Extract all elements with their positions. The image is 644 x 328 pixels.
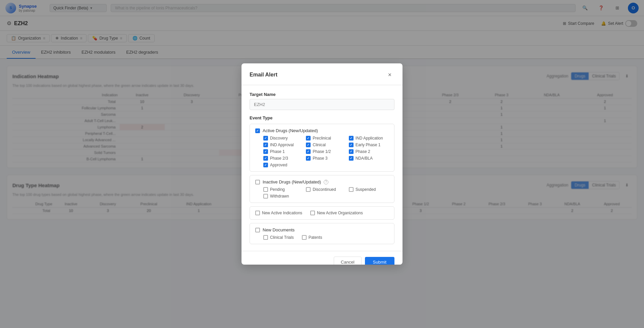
event-type-group: Event Type Active Drugs (New/Updated) Di… [250,115,394,244]
active-drugs-section: Active Drugs (New/Updated) Discovery Pre… [250,124,394,172]
option-discovery: Discovery [263,136,303,141]
clinical-checkbox[interactable] [306,143,311,147]
pending-checkbox[interactable] [263,187,268,192]
inactive-drugs-section: Inactive Drugs (New/Updated) ? Pending D… [250,175,394,203]
option-withdrawn: Withdrawn [263,194,303,199]
ind-approval-checkbox[interactable] [263,143,268,147]
active-drugs-checkbox[interactable] [255,128,260,133]
option-phase2: Phase 2 [349,149,389,154]
inactive-drugs-label: Inactive Drugs (New/Updated) [263,179,321,184]
new-documents-section: New Documents Clinical Trials Patents [250,223,394,244]
target-name-input[interactable] [250,99,394,110]
discovery-checkbox[interactable] [263,136,268,141]
modal-header: Email Alert × [241,63,402,85]
option-phase3: Phase 3 [306,156,346,161]
target-name-label: Target Name [250,92,394,97]
modal-close-button[interactable]: × [385,70,394,79]
phase2-checkbox[interactable] [349,149,354,154]
event-type-label: Event Type [250,115,394,120]
email-alert-modal: Email Alert × Target Name Event Type Act… [241,63,402,265]
new-active-row: New Active Indications New Active Organi… [255,211,389,215]
option-ind-approval: IND Approval [263,143,303,147]
active-drugs-header: Active Drugs (New/Updated) [255,128,389,133]
early-phase1-checkbox[interactable] [349,143,354,147]
option-pending: Pending [263,187,303,192]
option-phase1-2: Phase 1/2 [306,149,346,154]
phase1-checkbox[interactable] [263,149,268,154]
active-drugs-label: Active Drugs (New/Updated) [263,128,318,133]
option-patents: Patents [302,235,322,240]
new-documents-checkbox[interactable] [255,228,260,232]
option-clinical: Clinical [306,143,346,147]
nda-bla-checkbox[interactable] [349,156,354,161]
new-active-organizations-checkbox[interactable] [310,211,315,215]
discontinued-checkbox[interactable] [306,187,311,192]
new-active-organizations-label: New Active Organizations [317,211,363,215]
new-active-organizations-item: New Active Organizations [310,211,363,215]
modal-body: Target Name Event Type Active Drugs (New… [241,85,402,251]
option-ind-application: IND Application [349,136,389,141]
option-early-phase1: Early Phase 1 [349,143,389,147]
ind-application-checkbox[interactable] [349,136,354,141]
new-active-section: New Active Indications New Active Organi… [250,206,394,220]
patents-checkbox[interactable] [302,235,307,240]
inactive-drugs-checkbox[interactable] [255,180,260,184]
option-discontinued: Discontinued [306,187,346,192]
inactive-drugs-help-icon[interactable]: ? [324,180,328,184]
active-drugs-options: Discovery Preclinical IND Application [255,136,389,167]
phase3-checkbox[interactable] [306,156,311,161]
new-active-indications-checkbox[interactable] [255,211,260,215]
cancel-button[interactable]: Cancel [334,257,361,265]
inactive-drugs-header: Inactive Drugs (New/Updated) ? [255,179,389,184]
new-documents-header: New Documents [255,227,389,232]
phase2-3-checkbox[interactable] [263,156,268,161]
option-clinical-trials-doc: Clinical Trials [263,235,294,240]
new-documents-label: New Documents [263,227,294,232]
phase1-2-checkbox[interactable] [306,149,311,154]
approved-checkbox[interactable] [263,163,268,167]
option-phase1: Phase 1 [263,149,303,154]
patents-label: Patents [309,235,322,240]
clinical-trials-doc-checkbox[interactable] [263,235,268,240]
option-approved: Approved [263,163,303,167]
modal-overlay[interactable]: Email Alert × Target Name Event Type Act… [0,0,644,328]
suspended-checkbox[interactable] [349,187,354,192]
target-name-group: Target Name [250,92,394,110]
new-active-indications-label: New Active Indications [262,211,302,215]
option-phase2-3: Phase 2/3 [263,156,303,161]
clinical-trials-doc-label: Clinical Trials [270,235,294,240]
inactive-drugs-options: Pending Discontinued Suspended With [255,187,389,199]
preclinical-checkbox[interactable] [306,136,311,141]
document-options: Clinical Trials Patents [255,235,389,240]
modal-footer: Cancel Submit [241,251,402,265]
withdrawn-checkbox[interactable] [263,194,268,199]
submit-button[interactable]: Submit [365,257,394,265]
option-preclinical: Preclinical [306,136,346,141]
option-suspended: Suspended [349,187,389,192]
new-active-indications-item: New Active Indications [255,211,302,215]
modal-title: Email Alert [250,72,277,78]
option-nda-bla: NDA/BLA [349,156,389,161]
